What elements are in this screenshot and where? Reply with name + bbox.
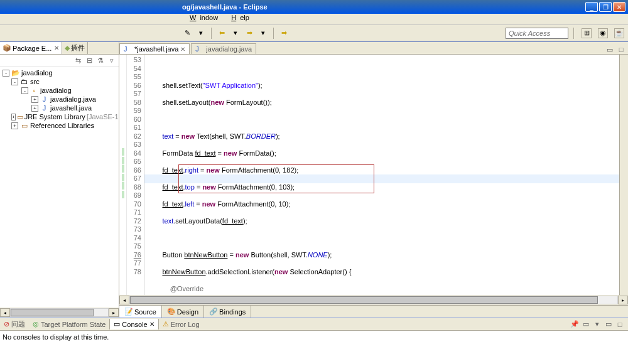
- minimize-button[interactable]: _: [585, 2, 598, 12]
- design-icon: 🎨: [167, 308, 176, 316]
- tab-label: 问题: [11, 319, 25, 329]
- scroll-thumb[interactable]: [130, 296, 598, 304]
- minimize-view-icon[interactable]: ▭: [604, 320, 613, 329]
- design-tabs: 📝Source 🎨Design 🔗Bindings: [119, 305, 628, 318]
- tab-label: Bindings: [219, 308, 246, 316]
- close-icon[interactable]: ✕: [149, 321, 154, 328]
- java-perspective-button[interactable]: ☕: [614, 28, 624, 38]
- toolbar-separator: [211, 28, 212, 39]
- maximize-view-icon[interactable]: □: [617, 45, 625, 54]
- view-toolbar: ⇆ ⊟ ⚗ ▿: [0, 55, 119, 67]
- close-button[interactable]: ✕: [613, 2, 625, 12]
- collapse-all-icon[interactable]: ⇆: [73, 56, 82, 65]
- tree-java-file[interactable]: + J javadialog.java: [0, 95, 119, 104]
- scroll-right-icon[interactable]: ▸: [618, 296, 628, 304]
- code-editor[interactable]: shell.setText("SWT Application"); shell.…: [144, 55, 619, 295]
- twisty-icon[interactable]: -: [11, 78, 18, 85]
- problems-icon: ⊘: [4, 320, 9, 328]
- tab-source[interactable]: 📝Source: [119, 306, 162, 318]
- scroll-track[interactable]: [129, 296, 618, 304]
- overview-ruler[interactable]: [619, 55, 628, 295]
- twisty-icon[interactable]: +: [11, 122, 18, 129]
- change-marker: [122, 182, 124, 190]
- quick-access-input[interactable]: [506, 28, 568, 39]
- twisty-icon[interactable]: -: [21, 87, 28, 94]
- twisty-icon[interactable]: +: [31, 96, 38, 103]
- close-icon[interactable]: ✕: [180, 46, 185, 53]
- tree-project[interactable]: - 📂 javadialog: [0, 68, 119, 77]
- twisty-icon[interactable]: +: [31, 105, 38, 112]
- scroll-right-icon[interactable]: ▸: [109, 308, 119, 317]
- tree-label: src: [30, 78, 40, 85]
- link-editor-icon[interactable]: ⊟: [85, 56, 94, 65]
- editor-tab-active[interactable]: J *javashell.java ✕: [119, 43, 190, 54]
- tab-console[interactable]: ▭Console✕: [109, 319, 158, 329]
- scroll-track[interactable]: [10, 308, 109, 317]
- toolbar-dropdown-icon[interactable]: ▾: [258, 28, 268, 38]
- src-folder-icon: 🗀: [19, 78, 29, 85]
- tree-package[interactable]: - ▫ javadialog: [0, 86, 119, 95]
- console-icon: ▭: [114, 320, 120, 328]
- line-gutter: 5354555657585960616263646566676869707172…: [127, 55, 144, 295]
- view-tabs: 📦 Package E... ✕ ◆ 插件: [0, 42, 119, 55]
- tab-design[interactable]: 🎨Design: [162, 306, 204, 318]
- editor-panel: J *javashell.java ✕ J javadialog.java ▭ …: [119, 42, 628, 318]
- close-icon[interactable]: ✕: [54, 45, 59, 51]
- toolbar-dropdown-icon[interactable]: ▾: [230, 28, 241, 38]
- error-icon: ⚠: [163, 320, 169, 328]
- editor-tab-inactive[interactable]: J javadialog.java: [191, 43, 256, 54]
- open-perspective-button[interactable]: ⊞: [582, 28, 592, 38]
- scroll-thumb[interactable]: [11, 309, 94, 316]
- window-controls: _ ❐ ✕: [585, 2, 628, 12]
- plugin-perspective-button[interactable]: ◉: [598, 28, 608, 38]
- toolbar-wand-icon[interactable]: ✎: [182, 28, 192, 38]
- open-console-icon[interactable]: ▾: [593, 320, 602, 329]
- editor-h-scrollbar[interactable]: ◂ ▸: [119, 295, 628, 305]
- menu-help[interactable]: Help: [224, 13, 253, 23]
- menu-window[interactable]: Window: [182, 13, 222, 23]
- current-line-highlight: [144, 174, 619, 183]
- toolbar-back-icon[interactable]: ⬅: [217, 28, 227, 38]
- tab-label: *javashell.java: [134, 45, 178, 53]
- toolbar-nav-icon[interactable]: ➡: [279, 28, 289, 38]
- package-icon: ▫: [30, 87, 39, 94]
- toolbar-dropdown-icon[interactable]: ▾: [196, 28, 206, 38]
- tab-plugins[interactable]: ◆ 插件: [62, 42, 88, 54]
- minimize-view-icon[interactable]: ▭: [605, 45, 614, 54]
- bottom-panel: ⊘问题 ◎Target Platform State ▭Console✕ ⚠Er…: [0, 318, 628, 364]
- change-marker: [122, 165, 124, 173]
- titlebar: og/javashell.java - Eclipse _ ❐ ✕: [0, 0, 628, 14]
- filter-icon[interactable]: ⚗: [96, 56, 105, 65]
- scroll-left-icon[interactable]: ◂: [0, 308, 10, 317]
- maximize-view-icon[interactable]: □: [615, 320, 624, 329]
- plugin-icon: ◆: [65, 44, 70, 52]
- scroll-left-icon[interactable]: ◂: [119, 296, 129, 304]
- tab-target[interactable]: ◎Target Platform State: [29, 319, 109, 329]
- tab-bindings[interactable]: 🔗Bindings: [204, 306, 251, 318]
- maximize-button[interactable]: ❐: [599, 2, 612, 12]
- view-menu-icon[interactable]: ▿: [107, 56, 116, 65]
- twisty-icon[interactable]: +: [11, 114, 16, 120]
- tab-package-explorer[interactable]: 📦 Package E... ✕: [0, 42, 62, 54]
- toolbar-separator: [273, 28, 274, 39]
- pin-console-icon[interactable]: 📌: [570, 320, 579, 329]
- tab-label: javadialog.java: [206, 45, 252, 53]
- toolbar-separator: [573, 28, 574, 39]
- display-console-icon[interactable]: ▭: [582, 320, 590, 329]
- toolbar-fwd-icon[interactable]: ➡: [244, 28, 254, 38]
- tab-label: Target Platform State: [41, 321, 106, 328]
- tree-src[interactable]: - 🗀 src: [0, 77, 119, 86]
- tree-jre[interactable]: + ▭ JRE System Library [JavaSE-1.: [0, 112, 119, 121]
- marker-bar: [119, 55, 127, 295]
- change-marker: [122, 191, 124, 198]
- package-explorer-view: 📦 Package E... ✕ ◆ 插件 ⇆ ⊟ ⚗ ▿ - 📂 javadi…: [0, 42, 119, 318]
- tab-problems[interactable]: ⊘问题: [0, 318, 29, 330]
- java-file-icon: J: [195, 45, 204, 53]
- h-scrollbar[interactable]: ◂ ▸: [0, 308, 119, 318]
- tree-java-file[interactable]: + J javashell.java: [0, 104, 119, 112]
- twisty-icon[interactable]: -: [3, 70, 9, 77]
- tab-errorlog[interactable]: ⚠Error Log: [159, 319, 203, 329]
- editor-tabs: J *javashell.java ✕ J javadialog.java ▭ …: [119, 42, 628, 55]
- tree: - 📂 javadialog - 🗀 src - ▫ javadialog + …: [0, 67, 119, 308]
- tree-ref-libs[interactable]: + ▭ Referenced Libraries: [0, 121, 119, 130]
